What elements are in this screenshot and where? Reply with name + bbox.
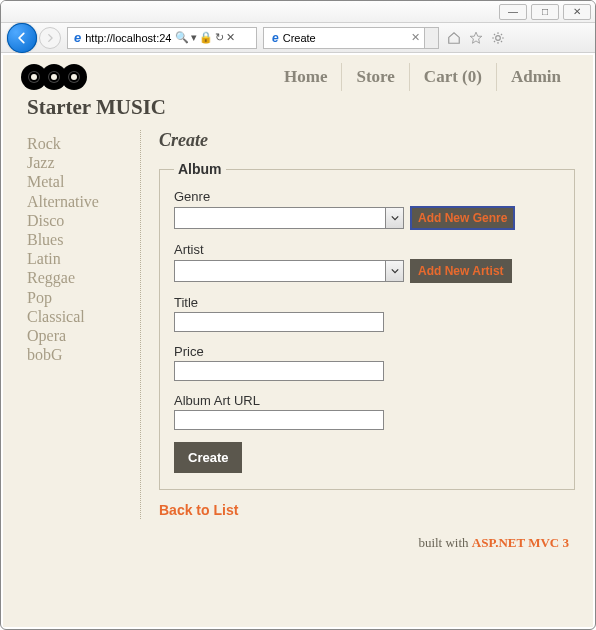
sidebar-item[interactable]: Classical [27, 307, 132, 326]
top-nav: Home Store Cart (0) Admin [270, 63, 575, 91]
sidebar-item[interactable]: Pop [27, 288, 132, 307]
album-fieldset: Album Genre Add New Genre Art [159, 161, 575, 490]
window-maximize-button[interactable]: □ [531, 4, 559, 20]
tab-favicon-icon: e [272, 31, 279, 45]
tab-close-icon[interactable]: ✕ [411, 31, 420, 44]
sidebar-item[interactable]: Blues [27, 230, 132, 249]
create-button[interactable]: Create [174, 442, 242, 473]
page-content: Home Store Cart (0) Admin Starter MUSIC … [3, 55, 593, 627]
chevron-down-icon[interactable] [385, 208, 403, 228]
tab-title: Create [283, 32, 316, 44]
page-title: Create [159, 130, 575, 151]
artist-select[interactable] [174, 260, 404, 282]
sidebar-item[interactable]: Rock [27, 134, 132, 153]
nav-forward-button[interactable] [39, 27, 61, 49]
main-column: Create Album Genre Add New Genre [141, 130, 575, 519]
refresh-icon[interactable]: ↻ [215, 31, 224, 44]
price-label: Price [174, 344, 560, 359]
stop-icon[interactable]: ✕ [226, 31, 235, 44]
artist-label: Artist [174, 242, 560, 257]
chevron-down-icon[interactable] [385, 261, 403, 281]
window-titlebar: — □ ✕ [1, 1, 595, 23]
sidebar-item[interactable]: Latin [27, 249, 132, 268]
brand-title: Starter MUSIC [27, 95, 575, 120]
title-label: Title [174, 295, 560, 310]
nav-back-button[interactable] [7, 23, 37, 53]
logo [21, 64, 81, 90]
footer-prefix: built with [418, 535, 471, 550]
sidebar-item[interactable]: Metal [27, 172, 132, 191]
lock-icon: 🔒 [199, 31, 213, 44]
footer: built with ASP.NET MVC 3 [3, 519, 593, 551]
svg-point-0 [496, 35, 501, 40]
price-input[interactable] [174, 361, 384, 381]
sidebar-item[interactable]: Reggae [27, 268, 132, 287]
favorites-icon[interactable] [469, 31, 483, 45]
window-close-button[interactable]: ✕ [563, 4, 591, 20]
address-bar[interactable]: e http://localhost:24 🔍 ▾ 🔒 ↻ ✕ [67, 27, 257, 49]
ie-logo-icon: e [74, 30, 81, 45]
back-to-list-link[interactable]: Back to List [159, 502, 238, 518]
arturl-input[interactable] [174, 410, 384, 430]
nav-store[interactable]: Store [342, 63, 409, 91]
arturl-label: Album Art URL [174, 393, 560, 408]
nav-admin[interactable]: Admin [497, 63, 575, 91]
logo-disc-icon [61, 64, 87, 90]
sidebar-item[interactable]: Disco [27, 211, 132, 230]
nav-home[interactable]: Home [270, 63, 342, 91]
genre-label: Genre [174, 189, 560, 204]
footer-framework-link[interactable]: ASP.NET MVC 3 [472, 535, 569, 550]
search-icon[interactable]: 🔍 [175, 31, 189, 44]
browser-tab[interactable]: e Create ✕ [263, 27, 425, 49]
title-input[interactable] [174, 312, 384, 332]
sidebar-item[interactable]: Opera [27, 326, 132, 345]
genre-sidebar: Rock Jazz Metal Alternative Disco Blues … [21, 130, 141, 519]
tools-icon[interactable] [491, 31, 505, 45]
add-genre-button[interactable]: Add New Genre [410, 206, 515, 230]
add-artist-button[interactable]: Add New Artist [410, 259, 512, 283]
window-minimize-button[interactable]: — [499, 4, 527, 20]
nav-cart[interactable]: Cart (0) [410, 63, 497, 91]
sidebar-item[interactable]: Jazz [27, 153, 132, 172]
sidebar-item[interactable]: bobG [27, 345, 132, 364]
home-icon[interactable] [447, 31, 461, 45]
browser-toolbar: e http://localhost:24 🔍 ▾ 🔒 ↻ ✕ e Create… [1, 23, 595, 53]
new-tab-button[interactable] [425, 27, 439, 49]
addr-separator: ▾ [191, 31, 197, 44]
sidebar-item[interactable]: Alternative [27, 192, 132, 211]
address-url: http://localhost:24 [85, 32, 171, 44]
genre-select[interactable] [174, 207, 404, 229]
fieldset-legend: Album [174, 161, 226, 177]
